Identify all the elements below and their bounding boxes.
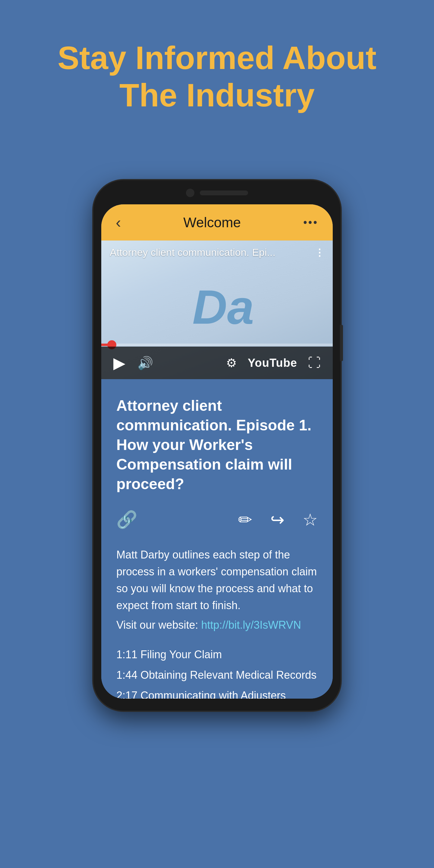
video-progress-bar[interactable] xyxy=(101,344,333,346)
phone-screen: ‹ Welcome ••• Da Attorney client communi… xyxy=(101,204,333,699)
action-icons-right: ✏ ↪ ☆ xyxy=(238,510,318,530)
play-button[interactable]: ▶ xyxy=(113,354,125,372)
website-line: Visit our website: http://bit.ly/3IsWRVN xyxy=(116,619,318,631)
video-controls: ▶ 🔊 ⚙ YouTube ⛶ xyxy=(101,347,333,379)
header-title: Welcome xyxy=(183,214,241,230)
timestamp-1: 1:11 Filing Your Claim xyxy=(116,647,318,662)
video-title-text: Attorney client communication. Epi... xyxy=(110,247,276,258)
link-icon[interactable]: 🔗 xyxy=(116,510,137,530)
video-controls-left: ▶ 🔊 xyxy=(113,354,153,372)
settings-button[interactable]: ⚙ xyxy=(226,356,237,370)
video-logo-overlay: Da xyxy=(192,279,254,335)
video-player[interactable]: Da Attorney client communication. Epi...… xyxy=(101,241,333,379)
back-button[interactable]: ‹ xyxy=(116,213,121,231)
website-label: Visit our website: xyxy=(116,619,198,631)
more-menu-button[interactable]: ••• xyxy=(303,216,318,229)
video-menu-icon[interactable]: ⋮ xyxy=(315,247,324,258)
app-content: ‹ Welcome ••• Da Attorney client communi… xyxy=(101,204,333,699)
side-button xyxy=(340,325,343,361)
phone-top-bar xyxy=(186,189,248,197)
star-icon[interactable]: ☆ xyxy=(303,510,318,530)
phone-mockup: ‹ Welcome ••• Da Attorney client communi… xyxy=(93,180,341,723)
fullscreen-button[interactable]: ⛶ xyxy=(308,355,321,370)
description-text: Matt Darby outlines each step of the pro… xyxy=(116,547,318,614)
youtube-logo: YouTube xyxy=(248,356,297,370)
timestamp-3: 2:17 Communicating with Adjusters xyxy=(116,688,318,699)
action-icons-row: 🔗 ✏ ↪ ☆ xyxy=(116,510,318,530)
video-main-title: Attorney client communication. Episode 1… xyxy=(116,396,318,494)
edit-icon[interactable]: ✏ xyxy=(238,510,252,530)
video-title-bar: Attorney client communication. Epi... ⋮ xyxy=(101,241,333,264)
share-icon[interactable]: ↪ xyxy=(270,510,284,530)
website-url[interactable]: http://bit.ly/3IsWRVN xyxy=(201,619,301,631)
main-content: Attorney client communication. Episode 1… xyxy=(101,379,333,699)
camera-dot xyxy=(186,189,194,197)
speaker-bar xyxy=(200,190,248,195)
timestamp-2: 1:44 Obtaining Relevant Medical Records xyxy=(116,668,318,683)
app-header: ‹ Welcome ••• xyxy=(101,204,333,241)
page-title: Stay Informed About The Industry xyxy=(36,39,398,114)
timestamps-list: 1:11 Filing Your Claim 1:44 Obtaining Re… xyxy=(116,647,318,699)
video-controls-right: ⚙ YouTube ⛶ xyxy=(226,355,321,370)
volume-button[interactable]: 🔊 xyxy=(137,355,153,370)
